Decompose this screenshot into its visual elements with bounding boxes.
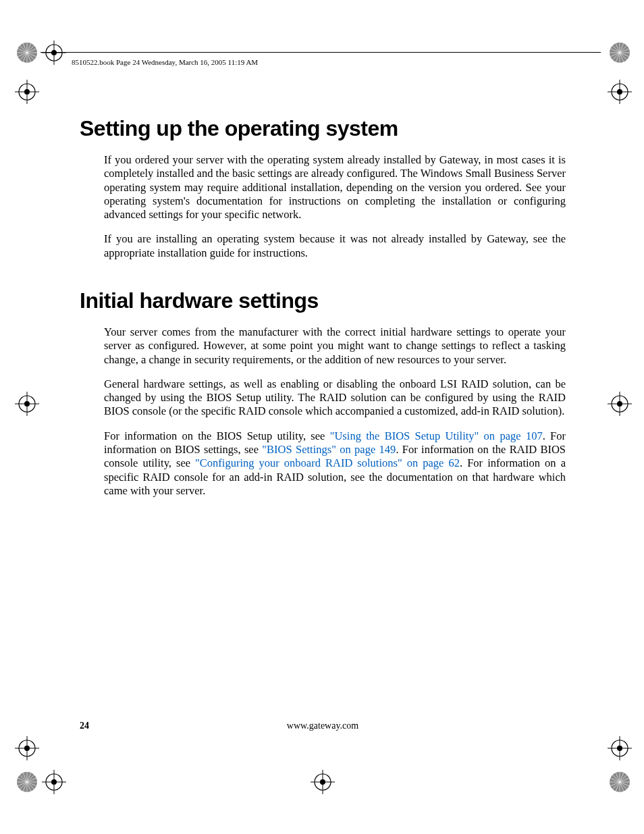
- link-bios-setup-utility[interactable]: "Using the BIOS Setup Utility" on page 1…: [330, 429, 543, 442]
- crop-mark-icon: [15, 736, 39, 760]
- crop-mark-icon: [15, 80, 39, 104]
- heading-initial-hardware: Initial hardware settings: [80, 288, 566, 313]
- crop-mark-icon: [15, 770, 39, 794]
- crop-mark-icon: [15, 392, 39, 416]
- crop-mark-icon: [311, 770, 335, 794]
- body-paragraph: If you are installing an operating syste…: [104, 232, 566, 260]
- heading-setting-up-os: Setting up the operating system: [80, 116, 566, 141]
- crop-mark-icon: [608, 770, 632, 794]
- crop-mark-icon: [608, 392, 632, 416]
- footer-url: www.gateway.com: [80, 721, 566, 731]
- crop-mark-icon: [608, 736, 632, 760]
- page-footer: 24 www.gateway.com: [80, 721, 566, 731]
- body-paragraph: For information on the BIOS Setup utilit…: [104, 429, 566, 498]
- page-content: Setting up the operating system If you o…: [80, 116, 566, 509]
- crop-mark-icon: [608, 80, 632, 104]
- link-bios-settings[interactable]: "BIOS Settings" on page 149: [262, 443, 396, 456]
- print-header: 8510522.book Page 24 Wednesday, March 16…: [72, 58, 258, 66]
- crop-mark-icon: [15, 41, 39, 65]
- link-raid-config[interactable]: "Configuring your onboard RAID solutions…: [195, 457, 460, 469]
- body-paragraph: If you ordered your server with the oper…: [104, 153, 566, 221]
- body-paragraph: Your server comes from the manufacturer …: [104, 325, 566, 367]
- crop-mark-icon: [42, 41, 66, 65]
- body-paragraph: General hardware settings, as well as en…: [104, 377, 566, 419]
- crop-mark-icon: [42, 770, 66, 794]
- crop-mark-icon: [608, 41, 632, 65]
- text-run: For information on the BIOS Setup utilit…: [104, 429, 330, 442]
